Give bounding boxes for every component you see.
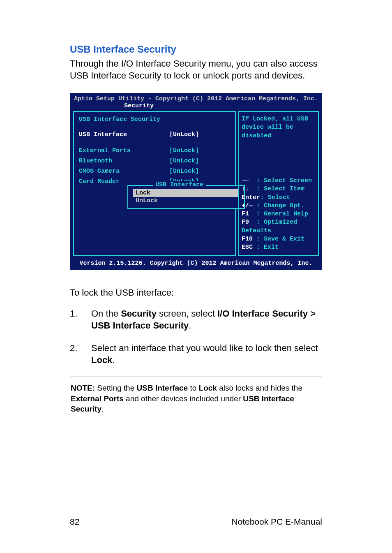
nav-desc: : General Help bbox=[256, 211, 308, 217]
bios-nav-help: →←: Select Screen ↑↓: Select Item Enter:… bbox=[242, 177, 316, 252]
note-bold: USB Interface bbox=[137, 384, 188, 392]
note-label: NOTE: bbox=[71, 384, 95, 392]
nav-desc: : Select bbox=[261, 194, 290, 201]
nav-key: F9 bbox=[242, 218, 256, 227]
doc-title: Notebook PC E-Manual bbox=[231, 517, 322, 527]
step-text: . bbox=[112, 355, 115, 365]
step-text: On the bbox=[91, 308, 121, 319]
step-text: . bbox=[189, 320, 191, 331]
bios-row-label: USB Interface bbox=[79, 131, 169, 138]
page-number: 82 bbox=[70, 517, 79, 527]
bios-row-external-ports: External Ports [UnLock] bbox=[79, 147, 230, 154]
step-2: 2. Select an interface that you would li… bbox=[70, 342, 322, 366]
section-heading: USB Interface Security bbox=[70, 44, 322, 55]
bios-tab-security: Security bbox=[124, 102, 154, 109]
step-text: Select an interface that you would like … bbox=[91, 343, 318, 353]
note-text: and other devices included under bbox=[124, 394, 243, 403]
bios-row-value: [UnLock] bbox=[169, 168, 199, 175]
note-bold: Lock bbox=[199, 384, 217, 392]
bios-screenshot: Aptio Setup Utility - Copyright (C) 2012… bbox=[70, 93, 322, 270]
nav-desc: : Select Item bbox=[256, 185, 304, 192]
step-number: 2. bbox=[70, 342, 91, 366]
bios-row-value: [UnLock] bbox=[169, 157, 199, 164]
step-1: 1. On the Security screen, select I/O In… bbox=[70, 308, 322, 331]
page-footer: 82 Notebook PC E-Manual bbox=[70, 517, 322, 527]
bios-row-value: [UnLock] bbox=[169, 131, 199, 138]
nav-key: ESC bbox=[242, 243, 256, 252]
bios-left-panel: USB Interface Security USB Interface [Un… bbox=[73, 111, 236, 256]
bios-popup-item-unlock: UnLock bbox=[133, 197, 239, 205]
note-text: . bbox=[101, 405, 104, 413]
nav-desc: : Save & Exit bbox=[256, 236, 304, 243]
bios-title: Aptio Setup Utility - Copyright (C) 2012… bbox=[71, 94, 321, 102]
nav-key: F1 bbox=[242, 210, 256, 218]
bios-row-bluetooth: Bluetooth [UnLock] bbox=[79, 157, 230, 164]
nav-key: +/— bbox=[242, 202, 256, 210]
note-text: also locks and hides the bbox=[217, 384, 302, 392]
note-bold: External Ports bbox=[71, 394, 124, 403]
nav-desc: : Change Opt. bbox=[256, 202, 304, 209]
bios-popup: USB Interface Lock UnLock bbox=[127, 185, 245, 209]
nav-key: ↑↓ bbox=[242, 185, 256, 193]
nav-desc: : Select Screen bbox=[256, 177, 312, 184]
intro-paragraph: Through the I/O Interface Security menu,… bbox=[70, 58, 322, 81]
bios-row-label: External Ports bbox=[79, 147, 169, 154]
bios-row-value: [UnLock] bbox=[169, 147, 199, 154]
step-text: screen, select bbox=[157, 308, 217, 319]
nav-key: F10 bbox=[242, 235, 256, 243]
note-box: NOTE: Setting the USB Interface to Lock … bbox=[70, 377, 322, 420]
bios-row-label: CMOS Camera bbox=[79, 168, 169, 175]
step-bold: Security bbox=[121, 308, 157, 319]
bios-popup-title: USB Interface bbox=[153, 181, 206, 188]
bios-popup-item-lock: Lock bbox=[133, 189, 239, 197]
bios-section-heading: USB Interface Security bbox=[79, 116, 230, 123]
note-text: Setting the bbox=[95, 384, 136, 392]
lock-intro: To lock the USB interface: bbox=[70, 287, 322, 298]
steps-list: 1. On the Security screen, select I/O In… bbox=[70, 308, 322, 366]
bios-help-text: If Locked, all USB device will be disabl… bbox=[242, 115, 316, 177]
nav-key: →← bbox=[242, 177, 256, 185]
bios-row-label: Bluetooth bbox=[79, 157, 169, 164]
bios-row-usb-interface: USB Interface [UnLock] bbox=[79, 131, 230, 138]
nav-key: Enter bbox=[242, 194, 261, 202]
note-text: to bbox=[188, 384, 198, 392]
bios-row-cmos-camera: CMOS Camera [UnLock] bbox=[79, 168, 230, 175]
bios-tab-row: Security bbox=[71, 102, 321, 111]
step-number: 1. bbox=[70, 308, 91, 331]
step-bold: Lock bbox=[91, 355, 112, 365]
bios-footer: Version 2.15.1226. Copyright (C) 2012 Am… bbox=[71, 258, 321, 269]
bios-right-panel: If Locked, all USB device will be disabl… bbox=[238, 111, 319, 256]
nav-desc: : Exit bbox=[256, 244, 279, 251]
